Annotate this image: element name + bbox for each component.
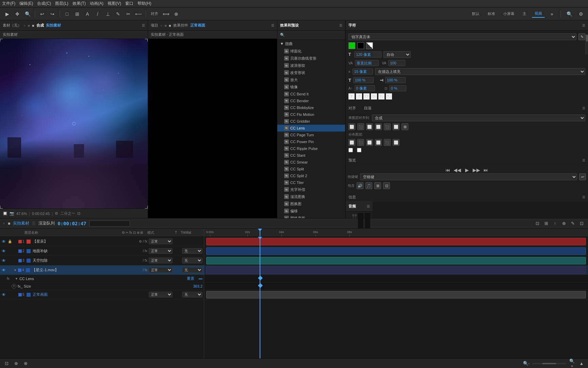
tl-btn-1[interactable]: ⊡ bbox=[534, 220, 541, 227]
effect-reshape[interactable]: fx 改变形状 bbox=[277, 69, 345, 76]
effect-offset[interactable]: fx 偏移 bbox=[277, 208, 345, 215]
menu-view[interactable]: 视图(V) bbox=[108, 1, 121, 6]
layer-3-fx[interactable]: / fx bbox=[143, 259, 147, 262]
param-keyframe[interactable] bbox=[258, 283, 263, 288]
layer-4-trkmat-select[interactable]: 无 bbox=[182, 267, 202, 273]
track-clip-5[interactable] bbox=[206, 291, 586, 298]
layer-4-color[interactable] bbox=[18, 269, 21, 272]
scale-v-input[interactable] bbox=[385, 77, 406, 83]
param-stopwatch[interactable]: ⏱ bbox=[12, 284, 16, 289]
tl-btn-5[interactable]: ✎ bbox=[569, 220, 576, 227]
stroke-color-swatch[interactable] bbox=[357, 42, 364, 49]
tool-zoom[interactable]: 🔍 bbox=[23, 10, 32, 18]
layer-2-vis[interactable]: 👁 bbox=[1, 249, 6, 254]
bold-btn[interactable]: T bbox=[348, 93, 355, 99]
align-checkbox-1[interactable] bbox=[348, 148, 353, 152]
distrib-bottom-btn[interactable]: ⬜ bbox=[393, 139, 399, 146]
comp-tab-effects[interactable]: 效果控件 bbox=[173, 23, 188, 28]
tool-puppet[interactable]: ⟵ bbox=[134, 10, 143, 18]
tool-text[interactable]: A bbox=[83, 10, 92, 18]
keyframe-diamond[interactable] bbox=[258, 276, 263, 280]
swap-color-btn[interactable] bbox=[366, 42, 373, 49]
align-left-btn[interactable]: ⬜ bbox=[348, 123, 355, 130]
tool-grid[interactable]: ⊞ bbox=[73, 10, 82, 18]
align-to-select[interactable]: 合成 bbox=[372, 114, 585, 121]
layer-3-vis[interactable]: 👁 bbox=[1, 258, 6, 263]
layer-5-vis[interactable]: 👁 bbox=[1, 292, 6, 297]
layer-1-color[interactable] bbox=[18, 240, 22, 243]
tl-btn-3[interactable]: ↑ bbox=[551, 220, 559, 227]
layer-3-lock[interactable] bbox=[7, 258, 12, 263]
font-family-select[interactable]: 锐字真言体 bbox=[348, 33, 576, 40]
tl-zoom-out[interactable]: 🔍- bbox=[523, 360, 530, 367]
track-clip-1[interactable] bbox=[206, 238, 586, 245]
audio-panel-menu[interactable]: ☰ bbox=[367, 204, 370, 208]
timeline-time-display[interactable]: 0:00:02:47 bbox=[58, 221, 86, 226]
effect-cc-tiler[interactable]: fx CC Tiler bbox=[277, 179, 345, 186]
menu-layer[interactable]: 图层(L) bbox=[55, 1, 68, 6]
effects-category-distort[interactable]: ▼ 扭曲 bbox=[277, 40, 345, 48]
layer-1-mode[interactable]: 正常 bbox=[149, 239, 173, 244]
layer-2-lock[interactable] bbox=[7, 249, 12, 254]
track-clip-2[interactable] bbox=[206, 247, 586, 255]
layer-5-mode[interactable]: 正常 bbox=[149, 292, 173, 297]
layer-5-trkmat-select[interactable]: 无 bbox=[182, 292, 202, 297]
effect-cc-power-pin[interactable]: fx CC Power Pin bbox=[277, 138, 345, 145]
stroke-location-select[interactable]: 在描边上填充 bbox=[375, 68, 585, 75]
allcaps-btn[interactable]: TT bbox=[363, 93, 370, 99]
align-center-btn[interactable]: ⬛ bbox=[357, 123, 364, 130]
char-panel-menu[interactable]: ☰ bbox=[582, 24, 585, 27]
fx-options-link[interactable]: ••• bbox=[198, 277, 202, 281]
effects-scrollbar[interactable] bbox=[585, 34, 588, 55]
effect-cc-griddler[interactable]: fx CC Griddler bbox=[277, 118, 345, 125]
effect-bezier[interactable]: fx 贝塞尔曲线变形 bbox=[277, 55, 345, 62]
layer-2-mode[interactable]: 正常 bbox=[149, 248, 173, 254]
tool-snap[interactable]: ⟺ bbox=[162, 10, 170, 18]
effect-cc-bender[interactable]: fx CC Bender bbox=[277, 97, 345, 104]
effect-mirror[interactable]: fx 镜像 bbox=[277, 83, 345, 91]
comp-panel-menu[interactable]: ☰ bbox=[271, 24, 274, 27]
effect-cc-blobbylize[interactable]: fx CC Blobbylize bbox=[277, 104, 345, 111]
effect-light-comp[interactable]: fx 光字补偿 bbox=[277, 186, 345, 193]
layer-1-lock[interactable]: 🔒 bbox=[7, 239, 12, 244]
distrib-vcenter-btn[interactable]: ⬛ bbox=[384, 139, 391, 146]
layer-3-trkmat-select[interactable]: 无 bbox=[182, 258, 202, 263]
distrib-btn[interactable]: ⊞ bbox=[402, 123, 408, 130]
superscript-btn[interactable]: T↑ bbox=[378, 93, 385, 99]
workspace-video[interactable]: 视频 bbox=[532, 10, 545, 18]
layer-1-fx[interactable]: / fx bbox=[143, 240, 147, 243]
effect-turbulence[interactable]: fx 湍流图换 bbox=[277, 193, 345, 200]
layer-5-color[interactable] bbox=[18, 293, 22, 296]
effect-cc-page-turn[interactable]: fx CC Page Turn bbox=[277, 132, 345, 138]
comp-tab-normal[interactable]: 正常画面 bbox=[190, 23, 205, 28]
effect-cc-slant[interactable]: fx CC Slant bbox=[277, 152, 345, 159]
source-quality[interactable]: 二分之一 bbox=[60, 211, 75, 216]
tool-select[interactable]: ▶ bbox=[3, 10, 12, 18]
layer-2-color[interactable] bbox=[18, 249, 22, 253]
italic-btn[interactable]: T bbox=[356, 93, 362, 99]
layer-2-fx[interactable]: / fx bbox=[143, 249, 147, 253]
tool-move[interactable]: ✥ bbox=[13, 10, 22, 18]
tool-clone[interactable]: ✂ bbox=[124, 10, 133, 18]
tl-up-btn[interactable]: ▲ bbox=[578, 360, 585, 367]
tool-redo[interactable]: ↪ bbox=[48, 10, 57, 18]
menu-effect[interactable]: 效果(T) bbox=[72, 1, 86, 6]
tl-bottom-btn-3[interactable]: ⊗ bbox=[22, 360, 29, 367]
scale-h-input[interactable] bbox=[353, 77, 374, 83]
layer-4-collapse[interactable]: ▼ bbox=[14, 269, 17, 272]
tl-btn-2[interactable]: ⊞ bbox=[542, 220, 550, 227]
leading-select[interactable]: 自动 bbox=[383, 51, 411, 58]
source-zoom-value[interactable]: 47.6% bbox=[16, 212, 27, 216]
menu-anim[interactable]: 动画(A) bbox=[90, 1, 103, 6]
effect-cc-bend-it[interactable]: fx CC Bend It bbox=[277, 91, 345, 97]
effect-cc-lens[interactable]: fx CC Lens bbox=[277, 125, 345, 132]
align-bottom-btn[interactable]: ⬜ bbox=[393, 123, 399, 130]
prev-frame-btn[interactable]: ◀◀ bbox=[454, 167, 461, 173]
track-clip-3[interactable] bbox=[206, 257, 586, 264]
tsume-input[interactable] bbox=[389, 85, 406, 91]
align-right-btn[interactable]: ⬜ bbox=[366, 123, 373, 130]
workspace-smallscreen[interactable]: 小屏幕 bbox=[501, 10, 517, 17]
workspace-main[interactable]: 主 bbox=[520, 10, 529, 17]
shortcut-select[interactable]: 空格键 bbox=[360, 173, 577, 180]
param-value[interactable]: 303.2 bbox=[193, 284, 202, 288]
